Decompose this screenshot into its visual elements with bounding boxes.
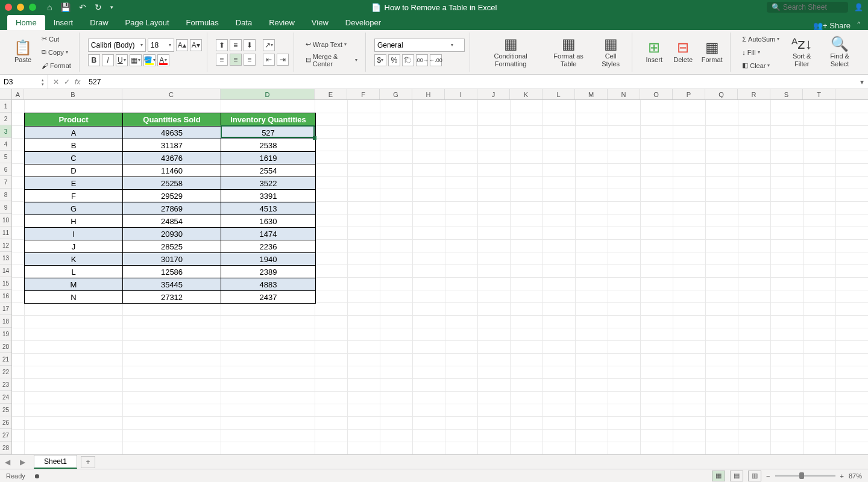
- table-cell[interactable]: 1630: [221, 214, 315, 227]
- row-header-16[interactable]: 16: [0, 290, 11, 302]
- search-sheet-box[interactable]: 🔍: [767, 2, 848, 13]
- underline-button[interactable]: U▾: [116, 54, 128, 66]
- table-cell[interactable]: 28525: [123, 240, 221, 252]
- page-layout-view-icon[interactable]: ▤: [730, 471, 743, 481]
- col-header-E[interactable]: E: [315, 89, 347, 99]
- conditional-formatting-button[interactable]: ▦Conditional Formatting: [479, 36, 542, 68]
- tab-developer[interactable]: Developer: [337, 15, 389, 30]
- row-header-14[interactable]: 14: [0, 264, 11, 277]
- tab-formulas[interactable]: Formulas: [178, 15, 227, 30]
- wrap-text-button[interactable]: ↩Wrap Text▾: [303, 39, 360, 51]
- table-cell[interactable]: H: [25, 214, 123, 227]
- col-header-F[interactable]: F: [347, 89, 380, 99]
- borders-button[interactable]: ▦▾: [130, 54, 142, 66]
- table-cell[interactable]: 25258: [123, 177, 221, 189]
- align-middle-icon[interactable]: ≡: [230, 39, 242, 51]
- user-icon[interactable]: 👤: [854, 3, 863, 11]
- table-cell[interactable]: 1619: [221, 151, 315, 164]
- row-header-2[interactable]: 2: [0, 113, 11, 125]
- increase-indent-icon[interactable]: ⇥: [277, 54, 289, 66]
- table-cell[interactable]: 1474: [221, 227, 315, 240]
- col-header-L[interactable]: L: [542, 89, 575, 99]
- font-color-button[interactable]: A▾: [157, 54, 169, 66]
- tab-review[interactable]: Review: [260, 15, 303, 30]
- row-header-24[interactable]: 24: [0, 391, 11, 404]
- format-painter-button[interactable]: 🖌Format: [39, 60, 74, 72]
- col-header-C[interactable]: C: [122, 89, 221, 99]
- search-input[interactable]: [783, 3, 843, 11]
- table-cell[interactable]: M: [25, 278, 123, 290]
- minimize-window-icon[interactable]: [17, 4, 24, 11]
- zoom-slider[interactable]: [775, 475, 835, 477]
- align-bottom-icon[interactable]: ⬇: [244, 39, 256, 51]
- row-header-10[interactable]: 10: [0, 214, 11, 227]
- tab-insert[interactable]: Insert: [45, 15, 82, 30]
- row-header-27[interactable]: 27: [0, 429, 11, 442]
- col-header-A[interactable]: A: [12, 89, 24, 99]
- bold-button[interactable]: B: [88, 54, 100, 66]
- clear-button[interactable]: ◧Clear▾: [739, 60, 782, 72]
- table-cell[interactable]: 27312: [123, 290, 221, 303]
- row-header-13[interactable]: 13: [0, 252, 11, 264]
- decrease-decimal-icon[interactable]: ←.00: [430, 54, 442, 66]
- increase-decimal-icon[interactable]: .00→: [416, 54, 428, 66]
- macro-record-icon[interactable]: ⏺: [34, 472, 40, 480]
- home-icon[interactable]: ⌂: [47, 2, 52, 12]
- table-cell[interactable]: 11460: [123, 164, 221, 177]
- sheet-nav-prev-icon[interactable]: ◀: [0, 458, 15, 466]
- fx-icon[interactable]: fx: [75, 78, 80, 86]
- col-header-S[interactable]: S: [770, 89, 803, 99]
- tab-home[interactable]: Home: [7, 15, 45, 30]
- col-header-M[interactable]: M: [575, 89, 608, 99]
- row-header-21[interactable]: 21: [0, 353, 11, 366]
- table-header-cell[interactable]: Inventory Quantities: [221, 113, 315, 126]
- save-icon[interactable]: 💾: [60, 2, 71, 12]
- row-header-20[interactable]: 20: [0, 340, 11, 353]
- font-name-select[interactable]: ▾: [88, 39, 146, 52]
- table-cell[interactable]: J: [25, 240, 123, 252]
- row-header-26[interactable]: 26: [0, 416, 11, 429]
- delete-cells-button[interactable]: ⊟Delete: [670, 39, 696, 64]
- decrease-font-icon[interactable]: A▾: [190, 39, 202, 51]
- row-header-7[interactable]: 7: [0, 176, 11, 189]
- table-header-cell[interactable]: Product: [25, 113, 123, 126]
- table-cell[interactable]: B: [25, 139, 123, 151]
- row-header-8[interactable]: 8: [0, 189, 11, 201]
- page-break-view-icon[interactable]: ▥: [748, 471, 761, 481]
- table-cell[interactable]: 2538: [221, 139, 315, 151]
- currency-icon[interactable]: $▾: [374, 54, 386, 66]
- table-cell[interactable]: G: [25, 202, 123, 214]
- table-cell[interactable]: L: [25, 265, 123, 278]
- row-headers[interactable]: 1234567891011121314151617181920212223242…: [0, 100, 12, 454]
- tab-data[interactable]: Data: [227, 15, 260, 30]
- table-cell[interactable]: 29529: [123, 189, 221, 202]
- table-cell[interactable]: D: [25, 164, 123, 177]
- merge-center-button[interactable]: ⊟Merge & Center▾: [303, 54, 360, 66]
- row-header-19[interactable]: 19: [0, 328, 11, 340]
- name-box[interactable]: D3 ▴▾: [0, 75, 48, 89]
- table-cell[interactable]: A: [25, 126, 123, 139]
- fill-button[interactable]: ↓Fill▾: [739, 46, 782, 58]
- redo-icon[interactable]: ↻: [95, 2, 102, 12]
- format-as-table-button[interactable]: ▦Format as Table: [545, 36, 592, 68]
- orientation-icon[interactable]: ↗▾: [263, 39, 275, 51]
- format-cells-button[interactable]: ▦Format: [699, 39, 725, 64]
- align-center-icon[interactable]: ≡: [230, 54, 242, 66]
- table-cell[interactable]: I: [25, 227, 123, 240]
- table-cell[interactable]: 27869: [123, 202, 221, 214]
- table-cell[interactable]: 4883: [221, 278, 315, 290]
- cancel-formula-icon[interactable]: ✕: [53, 78, 59, 86]
- sheet-tab[interactable]: Sheet1: [34, 455, 77, 469]
- table-cell[interactable]: 2554: [221, 164, 315, 177]
- table-cell[interactable]: 31187: [123, 139, 221, 151]
- table-cell[interactable]: 1940: [221, 252, 315, 265]
- col-header-O[interactable]: O: [640, 89, 673, 99]
- column-headers[interactable]: ABCDEFGHIJKLMNOPQRST: [12, 89, 868, 100]
- copy-button[interactable]: ⧉Copy▾: [39, 46, 74, 58]
- table-cell[interactable]: 3391: [221, 189, 315, 202]
- comma-icon[interactable]: ি: [402, 54, 414, 66]
- increase-font-icon[interactable]: A▴: [176, 39, 188, 51]
- col-header-H[interactable]: H: [412, 89, 445, 99]
- row-header-9[interactable]: 9: [0, 201, 11, 214]
- col-header-J[interactable]: J: [477, 89, 510, 99]
